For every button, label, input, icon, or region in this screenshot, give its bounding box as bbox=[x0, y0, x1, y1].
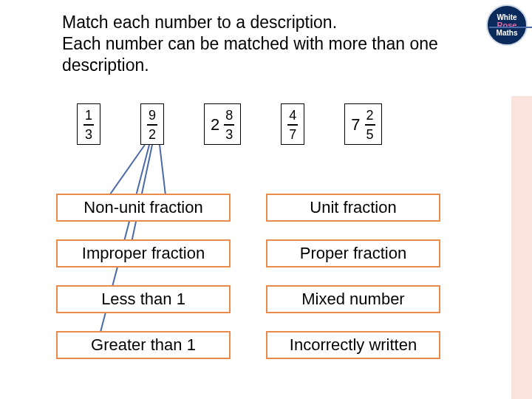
desc-unit-fraction[interactable]: Unit fraction bbox=[266, 194, 440, 222]
fraction-bar bbox=[147, 124, 157, 126]
instruction-line-2: Each number can be matched with more tha… bbox=[62, 33, 461, 76]
desc-greater-than-1[interactable]: Greater than 1 bbox=[56, 331, 231, 359]
desc-non-unit-fraction[interactable]: Non-unit fraction bbox=[56, 194, 231, 222]
instruction-line-1: Match each number to a description. bbox=[62, 12, 461, 33]
fraction-4: 4 7 bbox=[287, 109, 298, 141]
slide: White Rose Maths Match each number to a … bbox=[0, 0, 532, 399]
desc-mixed-number[interactable]: Mixed number bbox=[266, 285, 440, 313]
fraction-1: 1 3 bbox=[83, 109, 94, 141]
fraction-box-2[interactable]: 9 2 bbox=[140, 103, 164, 145]
fraction-bar bbox=[224, 124, 234, 126]
svg-line-0 bbox=[106, 145, 145, 200]
logo-underline bbox=[489, 27, 532, 28]
whole-5: 7 bbox=[351, 115, 360, 134]
fraction-bar bbox=[287, 124, 298, 126]
fraction-5: 2 5 bbox=[365, 109, 375, 141]
desc-improper-fraction[interactable]: Improper fraction bbox=[56, 239, 231, 267]
fraction-2: 9 2 bbox=[147, 109, 157, 141]
logo-text-1: White bbox=[497, 14, 516, 21]
desc-less-than-1[interactable]: Less than 1 bbox=[56, 285, 231, 313]
fraction-3: 8 3 bbox=[224, 109, 234, 141]
fraction-bar bbox=[365, 124, 375, 126]
side-accent-strip bbox=[511, 96, 532, 399]
fraction-box-3[interactable]: 2 8 3 bbox=[204, 103, 241, 145]
fraction-box-1[interactable]: 1 3 bbox=[77, 103, 100, 145]
svg-line-2 bbox=[160, 145, 166, 195]
fraction-bar bbox=[83, 124, 94, 126]
fraction-box-5[interactable]: 7 2 5 bbox=[344, 103, 381, 145]
brand-logo: White Rose Maths bbox=[486, 4, 528, 46]
description-grid: Non-unit fraction Unit fraction Improper… bbox=[56, 194, 440, 359]
fraction-box-4[interactable]: 4 7 bbox=[281, 103, 304, 145]
desc-proper-fraction[interactable]: Proper fraction bbox=[266, 239, 440, 267]
instruction-text: Match each number to a description. Each… bbox=[62, 12, 461, 75]
desc-incorrectly-written[interactable]: Incorrectly written bbox=[266, 331, 440, 359]
whole-3: 2 bbox=[211, 115, 219, 134]
fraction-row: 1 3 9 2 2 8 3 4 7 bbox=[77, 103, 382, 145]
logo-text-3: Maths bbox=[497, 30, 518, 37]
